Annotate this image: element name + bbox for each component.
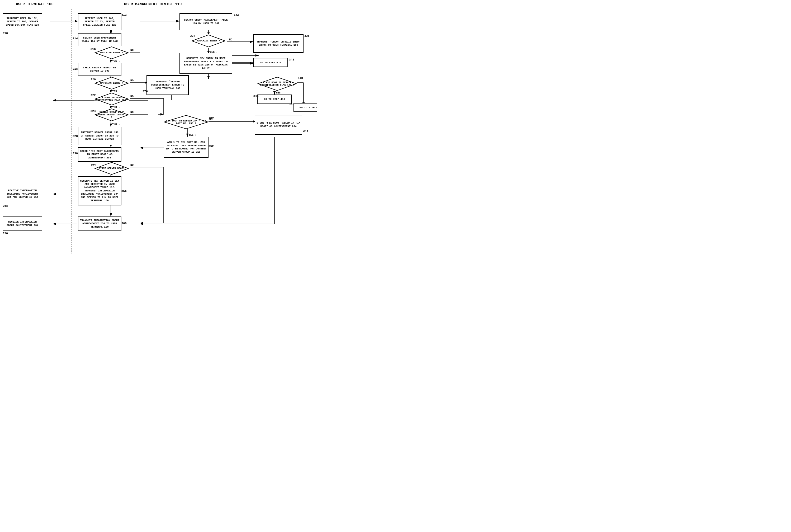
- header-right-label: USER MANAGEMENT DEVICE 110: [124, 2, 181, 6]
- box-314-text: SEARCH USER MANAGEMENT TABLE 112 BY USER…: [79, 36, 120, 43]
- box-338: GENERATE NEW ENTRY IN USER MANAGEMENT TA…: [179, 53, 232, 74]
- diamond-324-text: SERVER GROUP ID = CURRENT SERVER GROUP I…: [95, 111, 129, 119]
- box-360: TRANSMIT INFORMATION ABOUT ACHIEVEMENT 2…: [78, 216, 121, 231]
- diamond-316-text: MATCHING ENTRY ?: [100, 52, 123, 54]
- label-356: 356: [121, 190, 127, 193]
- label-342: 342: [289, 58, 294, 61]
- box-342-text: GO TO STEP 610: [260, 61, 281, 64]
- label-318: 318: [73, 67, 78, 71]
- box-356: GENERATE NEW SERVER ID 214 AND REGISTER …: [78, 176, 121, 205]
- box-338-text: GENERATE NEW ENTRY IN USER MANAGEMENT TA…: [181, 57, 231, 70]
- box-370: TRANSMIT "SERVER UNREGISTERED" ERROR TO …: [147, 75, 189, 95]
- box-336: TRANSMIT "GROUP UNREGISTERED" ERROR TO U…: [253, 34, 304, 53]
- diamond-350: FIX BOOT THRESHOLD 244 > FIX BOOT NO. 25…: [163, 115, 209, 129]
- label-334: 334: [190, 34, 195, 37]
- svg-text:YES ↓: YES ↓: [189, 134, 197, 136]
- box-328-text: INSTRUCT SERVER GROUP 150 OF SERVER GROU…: [79, 131, 120, 141]
- box-312-text: RECEIVE USER ID 102, SERVER ID103, SERVE…: [79, 17, 120, 27]
- box-314: SEARCH USER MANAGEMENT TABLE 112 BY USER…: [78, 33, 121, 46]
- diamond-322-text: FIX BOOT IN SERVER SPECIFICATION FLAG 12…: [95, 96, 129, 102]
- label-348: 348: [303, 129, 308, 133]
- box-352: ADD 1 TO FIX BOOT NO. 250 IN ENTRY. SET …: [163, 137, 209, 158]
- no-label-334: NO: [229, 38, 232, 41]
- label-358: 358: [3, 204, 8, 208]
- label-360: 360: [121, 222, 127, 225]
- box-348-text: STORE "FIX BOOT FAILED IN FIX BOOT" AS A…: [256, 121, 301, 128]
- label-310: 310: [3, 32, 8, 35]
- box-330-text: STORE "FIX BOOT SUCCESSFUL IN FIRST BOOT…: [79, 150, 120, 159]
- label-346: 346: [289, 103, 294, 106]
- diamond-340-text: FIRST BOOT IN SERVER SPECIFICATION FLAG …: [257, 81, 297, 87]
- box-358: RECEIVE INFORMATION INCLUDING ACHIEVEMEN…: [3, 185, 42, 203]
- box-342: GO TO STEP 610: [253, 58, 288, 67]
- box-318-text: CHECK SEARCH RESULT BY SERVER ID 103: [79, 66, 120, 73]
- svg-text:NO: NO: [130, 164, 134, 167]
- box-332: SEARCH GROUP MANAGEMENT TABLE 116 BY USE…: [179, 13, 232, 30]
- svg-text:NO: NO: [130, 95, 134, 98]
- diamond-324: SERVER GROUP ID = CURRENT SERVER GROUP I…: [95, 108, 129, 121]
- box-332-text: SEARCH GROUP MANAGEMENT TABLE 116 BY USE…: [181, 18, 231, 25]
- box-352-text: ADD 1 TO FIX BOOT NO. 250 IN ENTRY. SET …: [165, 141, 207, 154]
- diamond-354-text: FIRST SERVER BOOT?: [99, 167, 124, 170]
- label-344: 344: [253, 95, 259, 98]
- label-314: 314: [73, 37, 78, 40]
- label-354: 354: [91, 163, 96, 166]
- diamond-334: MATCHING ENTRY ?: [191, 34, 226, 48]
- label-320: 320: [91, 78, 96, 81]
- box-358-text: RECEIVE INFORMATION INCLUDING ACHIEVEMEN…: [4, 189, 41, 199]
- svg-text:YES ↓: YES ↓: [112, 60, 120, 62]
- box-348: STORE "FIX BOOT FAILED IN FIX BOOT" AS A…: [255, 115, 302, 135]
- label-312: 312: [121, 13, 127, 16]
- box-310-text: TRANSMIT USER ID 102, SERVER ID 103, SER…: [4, 17, 41, 27]
- diamond-334-text: MATCHING ENTRY ?: [197, 40, 220, 42]
- label-328: 328: [73, 135, 78, 138]
- diamond-354: FIRST SERVER BOOT?: [95, 162, 129, 175]
- box-360-text: TRANSMIT INFORMATION ABOUT ACHIEVEMENT 2…: [79, 219, 120, 229]
- diamond-320: MATCHING ENTRY ?: [95, 77, 129, 90]
- box-346-text: GO TO STEP 510: [300, 106, 317, 109]
- label-336: 336: [304, 34, 310, 37]
- label-352: 352: [209, 145, 214, 148]
- svg-text:NO: NO: [130, 111, 134, 114]
- box-312: RECEIVE USER ID 102, SERVER ID103, SERVE…: [78, 13, 121, 30]
- box-346: GO TO STEP 510: [293, 103, 317, 112]
- diamond-316: MATCHING ENTRY ?: [95, 46, 129, 59]
- header-left-label: USER TERMINAL 100: [16, 2, 54, 6]
- diamond-322: FIX BOOT IN SERVER SPECIFICATION FLAG 12…: [95, 92, 129, 106]
- box-390: RECEIVE INFORMATION ABOUT ACHIEVEMENT 23…: [3, 216, 42, 231]
- diagram-container: USER TERMINAL 100 USER MANAGEMENT DEVICE…: [0, 0, 317, 259]
- label-350: 350: [209, 116, 214, 119]
- svg-text:NO: NO: [130, 79, 134, 82]
- diamond-320-text: MATCHING ENTRY ?: [100, 82, 123, 84]
- box-344-text: GO TO STEP 410: [264, 98, 285, 100]
- box-330: STORE "FIX BOOT SUCCESSFUL IN FIRST BOOT…: [78, 147, 121, 162]
- label-390: 390: [3, 232, 8, 235]
- box-328: INSTRUCT SERVER GROUP 150 OF SERVER GROU…: [78, 127, 121, 145]
- label-370: 370: [142, 90, 148, 93]
- svg-text:YES ↓: YES ↓: [276, 91, 284, 94]
- label-332: 332: [234, 13, 239, 16]
- svg-text:NO: NO: [130, 49, 134, 52]
- box-344: GO TO STEP 410: [257, 95, 292, 104]
- box-370-text: TRANSMIT "SERVER UNREGISTERED" ERROR TO …: [148, 80, 187, 90]
- box-356-text: GENERATE NEW SERVER ID 214 AND REGISTER …: [79, 179, 120, 202]
- box-390-text: RECEIVE INFORMATION ABOUT ACHIEVEMENT 23…: [4, 221, 41, 227]
- box-318: CHECK SEARCH RESULT BY SERVER ID 103: [78, 63, 121, 76]
- box-336-text: TRANSMIT "GROUP UNREGISTERED" ERROR TO U…: [255, 40, 302, 47]
- label-330: 330: [73, 152, 78, 155]
- svg-text:YES ↓: YES ↓: [112, 123, 120, 126]
- label-340: 340: [298, 77, 303, 80]
- label-316: 316: [91, 48, 96, 51]
- diamond-350-text: FIX BOOT THRESHOLD 244 > FIX BOOT NO. 25…: [163, 120, 209, 125]
- box-310: TRANSMIT USER ID 102, SERVER ID 103, SER…: [3, 13, 42, 30]
- diamond-340: FIRST BOOT IN SERVER SPECIFICATION FLAG …: [257, 77, 297, 91]
